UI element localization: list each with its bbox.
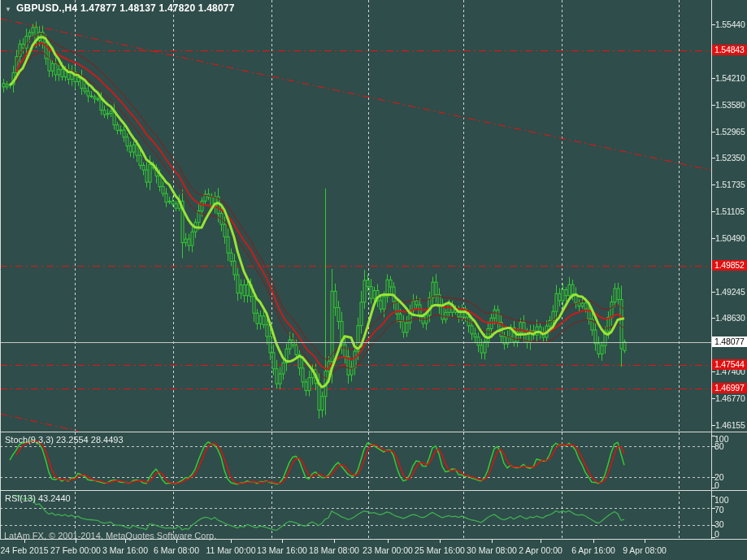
price-level-tag: 1.46997	[712, 383, 747, 393]
rsi-axis-label: 0	[714, 529, 719, 539]
price-axis-label: 1.46155	[715, 420, 745, 430]
time-axis-label: 3 Mar 16:00	[102, 545, 148, 555]
chart-symbol-dropdown-icon[interactable]: ▼	[5, 5, 11, 15]
time-axis-label: 25 Mar 16:00	[415, 545, 465, 555]
price-level-tag: 1.49852	[712, 260, 747, 271]
price-axis-label: 1.51735	[715, 180, 745, 189]
time-axis-label: 24 Feb 2015	[1, 545, 49, 555]
time-axis-label: 27 Feb 00:00	[50, 545, 101, 555]
chart-title-ohlc: GBPUSD.,H4 1.47877 1.48137 1.47820 1.480…	[16, 3, 235, 13]
price-axis-label: 1.51105	[715, 206, 745, 216]
price-axis-label: 1.53580	[715, 100, 745, 110]
current-price-tag: 1.48077	[712, 336, 747, 347]
stoch-indicator-label: Stoch(9,3,3) 23.2554 28.4493	[5, 435, 124, 445]
platform-copyright: LatAm FX, © 2001-2014, MetaQuotes Softwa…	[4, 531, 216, 540]
rsi-axis-label: 100	[714, 495, 729, 505]
price-level-tag: 1.54843	[712, 45, 747, 55]
price-axis-label: 1.52965	[715, 127, 745, 137]
price-axis-label: 1.52350	[715, 153, 745, 163]
time-axis-label: 11 Mar 00:00	[206, 545, 255, 555]
time-axis-label: 6 Mar 08:00	[154, 545, 199, 555]
price-level-tag: 1.47544	[712, 359, 747, 370]
mt4-chart-window: ▼ GBPUSD.,H4 1.47877 1.48137 1.47820 1.4…	[0, 0, 747, 560]
chart-canvas[interactable]	[0, 0, 747, 560]
rsi-axis-label: 70	[714, 505, 724, 514]
time-axis-label: 6 Apr 16:00	[571, 545, 615, 555]
time-axis-label: 30 Mar 08:00	[467, 545, 517, 555]
time-axis-label: 18 Mar 08:00	[309, 545, 359, 555]
rsi-axis-label: 30	[714, 519, 724, 529]
rsi-indicator-label: RSI(13) 43.2440	[5, 493, 71, 503]
time-axis-label: 2 Apr 00:00	[519, 545, 562, 555]
price-axis-label: 1.46770	[715, 393, 745, 403]
price-axis-label: 1.54210	[715, 73, 745, 83]
time-axis-label: 9 Apr 08:00	[623, 545, 667, 555]
price-axis-label: 1.50490	[715, 233, 745, 243]
price-axis-label: 1.49245	[715, 287, 745, 297]
price-axis-label: 1.48630	[715, 313, 745, 323]
time-axis-label: 13 Mar 16:00	[257, 545, 307, 555]
time-axis-label: 23 Mar 00:00	[363, 545, 413, 555]
price-axis-label: 1.55440	[715, 20, 745, 29]
stoch-axis-label: 80	[714, 441, 724, 451]
stoch-axis-label: 0	[714, 480, 719, 490]
